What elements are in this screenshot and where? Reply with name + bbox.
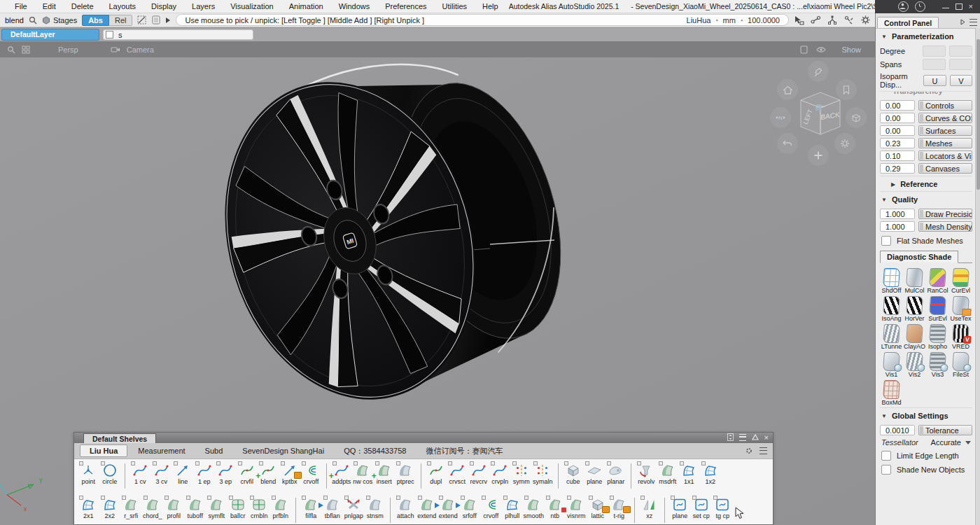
- quality-button-0[interactable]: Draw Precision: [918, 209, 972, 219]
- section-global-settings[interactable]: ▼Global Settings: [880, 407, 972, 423]
- menu-display[interactable]: Display: [144, 2, 184, 10]
- flat-shade-meshes-checkbox[interactable]: [881, 236, 891, 246]
- tessellator-select[interactable]: Accurate: [931, 438, 971, 447]
- stages-button[interactable]: Stages: [42, 16, 77, 24]
- menu-help[interactable]: Help: [475, 2, 506, 10]
- diag-shade-curevl[interactable]: CurEvl: [949, 268, 972, 294]
- minimize-button[interactable]: [942, 8, 949, 8]
- degree-v-field[interactable]: [949, 46, 972, 57]
- panel-scrollbar[interactable]: [975, 28, 980, 525]
- shelf-tool-crvoff[interactable]: crvoff: [300, 462, 322, 485]
- north-orientation-icon[interactable]: N: [770, 107, 791, 128]
- camera-icon[interactable]: [111, 46, 120, 53]
- search-icon[interactable]: [29, 16, 37, 24]
- isoparm-u-button[interactable]: U: [923, 75, 946, 86]
- diag-shade-shdoff[interactable]: ShdOff: [880, 268, 903, 294]
- shelf-tool-line[interactable]: line: [172, 462, 194, 485]
- layer-quick-field[interactable]: s: [103, 29, 253, 40]
- construction-snap-icon[interactable]: [137, 15, 147, 24]
- shelf-tool-visnrm[interactable]: visnrm: [566, 496, 587, 519]
- transparency-value-4[interactable]: 0.10: [880, 150, 915, 161]
- viewport-layout-grid-icon[interactable]: [22, 46, 30, 54]
- clock-icon[interactable]: [915, 1, 925, 12]
- shelf-tool-extend[interactable]: extend: [416, 496, 438, 519]
- spans-v-field[interactable]: [949, 59, 972, 70]
- shelf-tool-insert[interactable]: +insert: [374, 462, 396, 485]
- layer-tab-defaultlayer[interactable]: DefaultLayer: [1, 29, 99, 41]
- shelf-tool-t-rig[interactable]: t-rig: [608, 496, 630, 519]
- shelf-tool-crnbln[interactable]: crnbln: [248, 496, 270, 519]
- shelf-tool-revolv[interactable]: revolv: [636, 462, 657, 485]
- menu-layouts[interactable]: Layouts: [102, 2, 144, 10]
- link-nodes-icon[interactable]: [811, 15, 821, 24]
- panel-menu-icon[interactable]: [969, 19, 977, 26]
- diag-shade-mulcol[interactable]: MulCol: [903, 268, 926, 294]
- diagnostic-shade-tab[interactable]: Diagnostic Shade: [880, 251, 958, 263]
- menu-animation[interactable]: Animation: [281, 2, 331, 10]
- shelf-collapse-icon[interactable]: [752, 434, 759, 440]
- shelf-tool-1x2[interactable]: 1x2: [700, 462, 722, 485]
- panel-expand-arrow-icon[interactable]: [960, 19, 965, 26]
- shelf-tool-set-cp[interactable]: set cp: [691, 496, 713, 519]
- shelf-tool-1-cv[interactable]: 1 cv: [130, 462, 151, 485]
- shelf-tool-addpts[interactable]: +addpts: [331, 462, 353, 485]
- shelf-tool-ballcr[interactable]: ballcr: [227, 496, 249, 519]
- menu-layers[interactable]: Layers: [184, 2, 223, 10]
- panel-scrollbar-thumb[interactable]: [976, 39, 980, 190]
- shelf-tool-revcrv[interactable]: revcrv: [468, 462, 490, 485]
- menu-visualization[interactable]: Visualization: [223, 2, 281, 10]
- pick-cursor-icon[interactable]: [794, 15, 804, 25]
- diag-shade-horver[interactable]: HorVer: [903, 296, 926, 322]
- diag-shade-rancol[interactable]: RanCol: [926, 268, 949, 294]
- shelf-tool-crvpln[interactable]: crvpln: [489, 462, 511, 485]
- shelf-close-icon[interactable]: ×: [764, 434, 769, 441]
- view-name[interactable]: Persp: [58, 46, 78, 54]
- control-panel-tab[interactable]: Control Panel: [877, 17, 939, 28]
- shelf-gear-icon[interactable]: [745, 447, 753, 455]
- tolerance-value-field[interactable]: 0.0010: [880, 425, 915, 435]
- view-cube[interactable]: TOP LEFT BACK: [794, 85, 847, 142]
- shelf-tab-measurement[interactable]: Measurement: [129, 445, 194, 456]
- diag-shade-clayao[interactable]: ClayAO: [903, 324, 926, 350]
- shelf-tool-r_srfi[interactable]: r_srfi: [120, 496, 142, 519]
- transparency-button-1[interactable]: Curves & COS: [918, 113, 972, 123]
- shelf-tool-crvsct[interactable]: crvsct: [447, 462, 468, 485]
- prompt-expand-arrow[interactable]: [165, 17, 171, 24]
- menu-edit[interactable]: Edit: [35, 2, 64, 10]
- shelf-tool-xz[interactable]: xz: [639, 496, 661, 519]
- isoparm-v-button[interactable]: V: [950, 75, 972, 86]
- shelf-tool-2x2[interactable]: 2x2: [99, 496, 121, 519]
- transparency-value-5[interactable]: 0.29: [880, 163, 915, 174]
- shelf-tool-smooth[interactable]: smooth: [523, 496, 545, 519]
- limit-edge-length-checkbox[interactable]: [881, 451, 891, 461]
- section-quality[interactable]: ▼Quality: [880, 191, 972, 206]
- section-reference[interactable]: ▶Reference: [880, 176, 972, 191]
- shelf-tool-srfoff[interactable]: srfoff: [459, 496, 481, 519]
- shelf-tool-extend[interactable]: extend: [438, 496, 459, 519]
- shelf-tool-ntb[interactable]: ntb: [545, 496, 566, 519]
- shelf-tool-3-cv[interactable]: 3 cv: [151, 462, 173, 485]
- shelf-tool-1x1[interactable]: 1x1: [678, 462, 700, 485]
- shelf-tool-blend[interactable]: +blend: [258, 462, 279, 485]
- shelf-tool-1-ep[interactable]: 1 ep: [194, 462, 216, 485]
- transparency-button-0[interactable]: Controls: [918, 100, 972, 111]
- maximize-button[interactable]: [955, 4, 962, 10]
- diag-shade-ltunne[interactable]: LTunne: [880, 324, 903, 350]
- visibility-eye-icon[interactable]: [816, 46, 826, 53]
- diag-shade-vred[interactable]: VVRED: [949, 324, 972, 350]
- shade-new-objects-checkbox[interactable]: [881, 465, 891, 475]
- quality-value-1[interactable]: 1.000: [880, 221, 915, 232]
- projection-box-icon[interactable]: [846, 107, 867, 128]
- shelf-tab--[interactable]: 微信订阅号：赛闻汽车: [416, 444, 512, 458]
- shelf-tool-prfbln[interactable]: prfbln: [270, 496, 292, 519]
- transparency-value-1[interactable]: 0.00: [880, 113, 915, 123]
- settings-gear-icon[interactable]: [861, 15, 870, 24]
- shelf-tool-ptprec[interactable]: ptprec: [395, 462, 416, 485]
- shelf-tool-crvoff[interactable]: crvoff: [480, 496, 502, 519]
- shelf-tab-subd[interactable]: Subd: [196, 445, 232, 456]
- shelf-tool-nw-cos[interactable]: nw cos: [352, 462, 374, 485]
- diag-shade-usetex[interactable]: UseTex: [949, 296, 972, 322]
- shelf-tool-symflt[interactable]: symflt: [206, 496, 227, 519]
- shelf-tool-kptbx[interactable]: kptbx: [279, 462, 301, 485]
- diag-shade-filest[interactable]: FileSt: [949, 352, 972, 378]
